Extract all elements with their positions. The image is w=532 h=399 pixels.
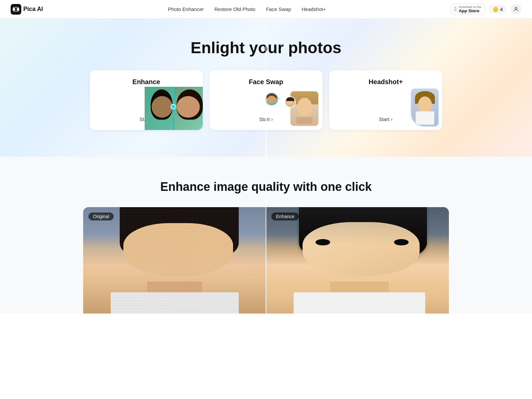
user-account-button[interactable] — [511, 4, 521, 15]
app-store-label: App Store — [459, 9, 481, 13]
enhance-card-title: Enhance — [98, 78, 195, 86]
nav-right:  Download on the App Store 🪙 4 — [451, 4, 521, 15]
logo[interactable]: Pica AI — [11, 4, 43, 15]
credits-button[interactable]: 🪙 4 — [489, 5, 507, 14]
nav-restore-old-photo[interactable]: Restore Old Photo — [214, 6, 255, 12]
svg-point-2 — [17, 8, 19, 11]
original-photo-panel: Original — [83, 207, 266, 314]
enhanced-photo-panel: Enhance — [266, 207, 449, 314]
headshot-card-title: Headshot+ — [337, 78, 434, 86]
svg-point-1 — [13, 8, 15, 11]
svg-rect-0 — [11, 4, 21, 15]
credits-icon: 🪙 — [493, 7, 498, 12]
nav-links: Photo Enhancer Restore Old Photo Face Sw… — [168, 6, 326, 12]
nav-headshot[interactable]: Headshot+ — [302, 6, 326, 12]
original-label: Original — [88, 212, 114, 220]
enhanced-label: Enhance — [271, 212, 299, 220]
navbar: Pica AI Photo Enhancer Restore Old Photo… — [0, 0, 532, 19]
enhance-card: Enhance Start › — [90, 70, 203, 130]
svg-point-4 — [515, 7, 517, 9]
nav-face-swap[interactable]: Face Swap — [266, 6, 291, 12]
credits-count: 4 — [500, 7, 503, 12]
headshot-card: Headshot+ Start › — [329, 70, 442, 130]
logo-text: Pica AI — [23, 6, 43, 13]
app-store-button[interactable]:  Download on the App Store — [451, 4, 485, 15]
enhance-quality-section: Enhance image quality with one click Ori… — [0, 157, 532, 314]
comparison-container: Original Enhance — [83, 207, 449, 314]
nav-photo-enhancer[interactable]: Photo Enhancer — [168, 6, 204, 12]
apple-icon:  — [455, 6, 457, 13]
